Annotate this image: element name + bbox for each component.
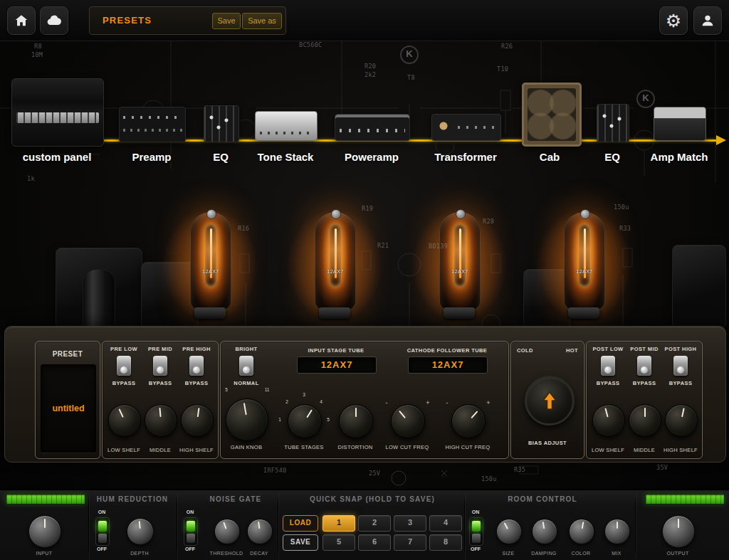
quick-snap-slot-3[interactable]: 3 [394,515,426,532]
quick-snap-slot-5[interactable]: 5 [322,534,355,551]
chain-label-tone-stack[interactable]: Tone Stack [250,151,321,163]
pre-high-shelf-knob[interactable] [181,404,214,437]
quick-snap-slot-8[interactable]: 8 [429,534,462,551]
pre-low-bypass-switch[interactable] [117,356,131,376]
section-divider [278,493,278,559]
preset-group: PRESET untitled [35,341,100,459]
home-button[interactable] [7,6,36,35]
cab-grill [528,88,576,141]
room-control-toggle[interactable] [469,517,483,546]
pre-mid-bypass-switch[interactable] [153,356,167,376]
room-mix-knob[interactable] [604,519,630,544]
post-mid-bypass-switch[interactable] [637,356,651,376]
quick-snap-slot-2[interactable]: 2 [358,515,391,532]
hum-reduction-toggle[interactable] [95,517,110,546]
chain-module-amp-match[interactable] [654,107,706,141]
schematic-label: BD139 [429,243,448,250]
low-cut-freq-knob[interactable] [391,404,425,438]
schematic-label: R26 [501,43,513,50]
quick-snap-slot-4[interactable]: 4 [429,515,462,532]
room-size-knob[interactable] [496,519,522,544]
tube-stages-knob[interactable] [288,404,322,438]
preset-display[interactable]: untitled [41,364,96,453]
bias-adjust-knob[interactable] [525,376,575,426]
post-low-shelf-knob[interactable] [592,404,625,437]
chain-label-custom-panel[interactable]: custom panel [14,151,100,163]
toggle-lever [98,534,107,543]
post-high-shelf-knob[interactable] [665,404,698,437]
schematic-label: 1k [27,175,35,182]
pre-low-bypass-label: BYPASS [107,380,141,386]
chain-module-preamp[interactable] [119,107,186,142]
hum-depth-label: DEPTH [118,551,161,556]
distortion-label: DISTORTION [330,444,381,450]
input-level-knob[interactable] [28,515,61,548]
chain-module-poweramp[interactable] [335,114,410,141]
chain-label-cab[interactable]: Cab [528,151,571,163]
settings-button[interactable]: ⚙ [659,6,688,35]
post-middle-knob[interactable] [629,404,661,437]
gain-knob[interactable] [226,398,268,441]
tube-tip [456,209,466,219]
preset-title: PRESET [36,350,100,358]
account-button[interactable] [693,6,722,35]
chain-module-custom-panel[interactable] [11,78,104,147]
pre-middle-knob[interactable] [145,404,177,437]
chain-label-transformer[interactable]: Transformer [426,151,505,163]
chain-label-eq-1[interactable]: EQ [203,151,238,163]
transformer-box [672,245,726,329]
chain-module-transformer[interactable] [431,114,501,141]
room-mix-label: MIX [595,551,638,556]
output-level-knob[interactable] [662,515,695,548]
gate-on-label: ON [179,509,201,514]
pre-eq-group: PRE LOW PRE MID PRE HIGH BYPASS BYPASS B… [102,341,219,459]
save-as-button[interactable]: Save as [242,13,282,29]
quick-snap-slot-7[interactable]: 7 [394,534,426,551]
pre-low-shelf-knob[interactable] [108,404,141,437]
preset-name[interactable]: untitled [52,403,84,413]
input-level-meter [6,494,85,504]
pre-high-bypass-switch[interactable] [189,356,204,376]
high-cut-freq-knob[interactable] [451,404,486,438]
quick-snap-slot-1[interactable]: 1 [322,515,355,532]
bright-normal-switch[interactable] [239,356,253,376]
home-icon [14,13,29,28]
room-color-knob[interactable] [569,519,594,544]
noise-gate-title: NOISE GATE [193,495,278,503]
post-middle-label: MIDDLE [624,447,664,453]
post-low-bypass-switch[interactable] [601,356,615,376]
schematic-label: T10 [497,65,508,73]
input-stage-tube-display[interactable]: 12AX7 [297,356,377,374]
save-button[interactable]: Save [212,13,241,29]
room-damping-knob[interactable] [532,519,557,544]
schematic-label: 25V [369,470,380,477]
gate-decay-knob[interactable] [247,519,273,544]
presets-menu[interactable]: PRESETS [103,7,152,34]
cathode-follower-tube-display[interactable]: 12AX7 [408,356,488,374]
chain-label-poweramp[interactable]: Poweramp [336,151,407,163]
schematic-label: R20 [364,63,376,70]
quick-snap-save-button[interactable]: SAVE [283,534,318,551]
gate-threshold-knob[interactable] [214,519,240,544]
tube-base [444,307,475,319]
post-high-bypass-switch[interactable] [673,356,688,376]
chain-module-eq-1[interactable] [204,105,239,142]
noise-gate-toggle[interactable] [184,517,198,546]
section-divider [177,493,177,559]
chain-label-preamp[interactable]: Preamp [120,151,184,163]
gain-knob-label: GAIN KNOB [221,444,272,450]
chain-module-tone-stack[interactable] [255,111,318,141]
chain-module-eq-2[interactable] [597,104,629,142]
chain-label-eq-2[interactable]: EQ [594,151,630,163]
low-cut-freq-label: LOW CUT FREQ [382,444,433,450]
chain-module-cab[interactable] [522,83,582,147]
schematic-label: R28 [483,218,494,225]
room-damping-label: DAMPING [523,551,565,556]
chain-label-amp-match[interactable]: Amp Match [644,151,715,163]
quick-snap-load-button[interactable]: LOAD [283,515,318,532]
cathode-follower-tube-title: CATHODE FOLLOWER TUBE [394,347,500,354]
hum-depth-knob[interactable] [127,518,154,545]
distortion-knob[interactable] [339,404,373,438]
cloud-button[interactable] [40,6,68,35]
quick-snap-slot-6[interactable]: 6 [358,534,391,551]
